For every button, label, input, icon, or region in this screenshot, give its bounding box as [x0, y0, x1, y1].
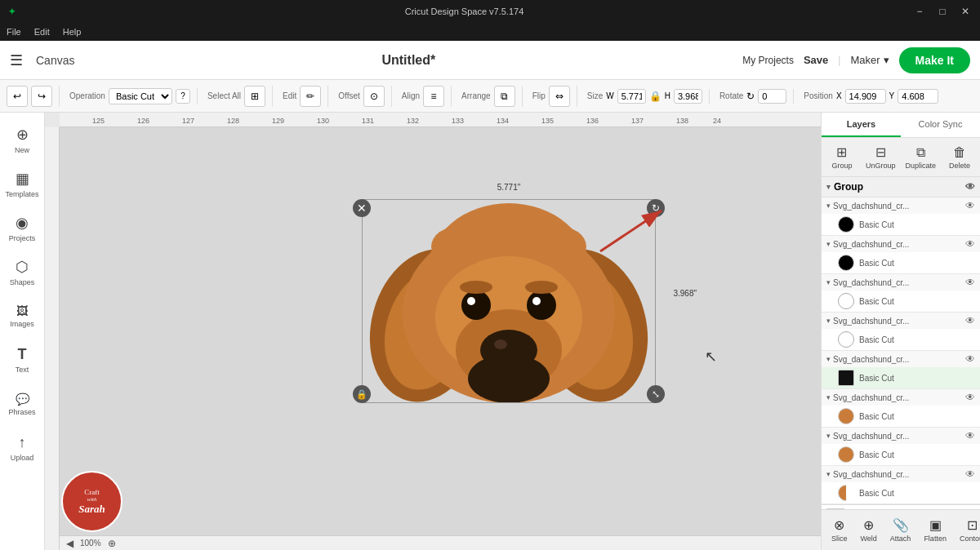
make-it-button[interactable]: Make It [899, 47, 970, 73]
layer-2-eye-icon[interactable]: 👁 [965, 238, 975, 250]
weld-label: Weld [861, 534, 877, 543]
weld-icon: ⊕ [863, 517, 874, 533]
maximize-button[interactable]: □ [936, 5, 949, 18]
select-all-section: Select All ⊞ [207, 86, 273, 107]
align-label: Align [402, 91, 420, 100]
offset-label: Offset [338, 91, 360, 100]
sidebar-item-upload[interactable]: ↑ Upload [2, 428, 42, 468]
layer-8-header[interactable]: ▾ Svg_dachshund_cr... 👁 [822, 466, 980, 482]
flip-button[interactable]: ⇔ [549, 86, 570, 107]
group-icon: ⊞ [836, 144, 847, 160]
hamburger-menu[interactable]: ☰ [10, 51, 23, 69]
layer-7-header[interactable]: ▾ Svg_dachshund_cr... 👁 [822, 428, 980, 444]
sidebar-item-projects[interactable]: ◉ Projects [2, 207, 42, 248]
layer-item-5: ▾ Svg_dachshund_cr... 👁 Basic Cut [822, 351, 980, 389]
sidebar-item-label-upload: Upload [11, 454, 34, 462]
layer-3-swatch [838, 293, 854, 309]
canvas-area[interactable]: 125 126 127 128 129 130 131 132 133 134 … [45, 113, 821, 550]
group-button[interactable]: ⊞ Group [825, 141, 859, 173]
operation-help[interactable]: ? [176, 89, 190, 104]
layer-6-header[interactable]: ▾ Svg_dachshund_cr... 👁 [822, 389, 980, 406]
menu-file[interactable]: File [7, 27, 21, 37]
tab-layers[interactable]: Layers [822, 113, 901, 137]
rotate-section: Rotate ↻ [719, 89, 794, 104]
layer-6-eye-icon[interactable]: 👁 [965, 392, 975, 403]
menu-help[interactable]: Help [63, 27, 82, 37]
save-button[interactable]: Save [804, 54, 828, 66]
duplicate-button[interactable]: ⧉ Duplicate [902, 142, 940, 173]
panel-tabs: Layers Color Sync [822, 113, 980, 138]
canvas-content[interactable]: 5.771" [60, 127, 821, 535]
pos-y-input[interactable] [898, 89, 938, 104]
sidebar-item-phrases[interactable]: 💬 Phrases [2, 384, 42, 424]
sidebar-item-images[interactable]: 🖼 Images [2, 295, 42, 336]
tab-color-sync[interactable]: Color Sync [901, 113, 980, 137]
resize-handle[interactable]: ⤡ [647, 385, 665, 403]
sidebar-item-templates[interactable]: ▦ Templates [2, 163, 42, 204]
window-controls: − □ ✕ [913, 5, 972, 18]
group-header-label: Group [834, 181, 962, 193]
align-button[interactable]: ≡ [423, 86, 444, 107]
operation-section: Operation Basic Cut ? [69, 88, 198, 104]
layer-7-chevron: ▾ [826, 432, 831, 440]
group-eye-icon[interactable]: 👁 [965, 181, 975, 193]
layer-2-chevron: ▾ [826, 240, 831, 248]
delete-handle[interactable]: ✕ [353, 199, 371, 217]
layer-2-header[interactable]: ▾ Svg_dachshund_cr... 👁 [822, 236, 980, 252]
slice-button[interactable]: ⊗ Slice [825, 514, 854, 546]
attach-button[interactable]: 📎 Attach [884, 514, 918, 546]
zoom-out-button[interactable]: ◀ [66, 538, 74, 549]
duplicate-label: Duplicate [906, 162, 937, 170]
layer-6-name: Svg_dachshund_cr... [833, 393, 963, 402]
close-button[interactable]: ✕ [959, 5, 972, 18]
edit-section: Edit ✏ [283, 86, 328, 107]
rotate-input[interactable] [758, 89, 786, 104]
layer-6-swatch [838, 408, 854, 424]
layer-1-header[interactable]: ▾ Svg_dachshund_cr... 👁 [822, 197, 980, 214]
layers-list: ▾ Group 👁 ▾ Svg_dachshund_cr... 👁 Basic … [822, 177, 980, 509]
size-h-input[interactable] [674, 89, 702, 104]
delete-button[interactable]: 🗑 Delete [942, 142, 977, 173]
offset-button[interactable]: ⊙ [363, 86, 385, 107]
maker-selector[interactable]: Maker ▾ [850, 54, 889, 66]
size-w-input[interactable] [617, 89, 646, 104]
sidebar-item-new[interactable]: ⊕ New [2, 119, 42, 160]
rotate-handle[interactable]: ↻ [647, 199, 665, 217]
layer-8-name: Svg_dachshund_cr... [833, 470, 963, 479]
layer-4-eye-icon[interactable]: 👁 [965, 315, 975, 326]
selection-container[interactable]: 5.771" [362, 183, 656, 403]
weld-button[interactable]: ⊕ Weld [854, 514, 884, 546]
redo-button[interactable]: ↪ [31, 86, 52, 107]
lock-handle[interactable]: 🔒 [353, 385, 371, 403]
minimize-button[interactable]: − [913, 5, 926, 18]
layer-5-eye-icon[interactable]: 👁 [965, 353, 975, 365]
zoom-in-button[interactable]: ⊕ [108, 538, 116, 549]
contour-button[interactable]: ⊡ Contour [953, 514, 980, 546]
flatten-button[interactable]: ▣ Flatten [917, 514, 953, 546]
flatten-icon: ▣ [929, 517, 942, 533]
sidebar-item-shapes[interactable]: ⬡ Shapes [2, 251, 42, 292]
sidebar-item-label-text: Text [16, 366, 29, 374]
undo-button[interactable]: ↩ [7, 86, 28, 107]
right-panel: Layers Color Sync ⊞ Group ⊟ UnGroup ⧉ Du… [821, 113, 980, 550]
pos-x-input[interactable] [845, 89, 886, 104]
select-all-button[interactable]: ⊞ [244, 86, 265, 107]
layer-7-eye-icon[interactable]: 👁 [965, 430, 975, 441]
sidebar-item-text[interactable]: T Text [2, 339, 42, 380]
phrases-icon: 💬 [16, 393, 29, 406]
layer-8-eye-icon[interactable]: 👁 [965, 468, 975, 480]
layer-4-header[interactable]: ▾ Svg_dachshund_cr... 👁 [822, 313, 980, 329]
layer-3-eye-icon[interactable]: 👁 [965, 277, 975, 288]
slice-icon: ⊗ [834, 517, 844, 533]
group-header[interactable]: ▾ Group 👁 [822, 177, 980, 197]
my-projects-button[interactable]: My Projects [742, 55, 794, 66]
arrange-button[interactable]: ⧉ [494, 86, 515, 107]
menu-edit[interactable]: Edit [34, 27, 50, 37]
ungroup-button[interactable]: ⊟ UnGroup [862, 141, 899, 173]
layer-5-header[interactable]: ▾ Svg_dachshund_cr... 👁 [822, 351, 980, 367]
bottom-panel: ⊗ Slice ⊕ Weld 📎 Attach ▣ Flatten ⊡ Cont… [822, 509, 980, 550]
layer-3-header[interactable]: ▾ Svg_dachshund_cr... 👁 [822, 274, 980, 291]
edit-button[interactable]: ✏ [300, 86, 321, 107]
layer-1-eye-icon[interactable]: 👁 [965, 200, 975, 211]
operation-select[interactable]: Basic Cut [109, 88, 172, 104]
